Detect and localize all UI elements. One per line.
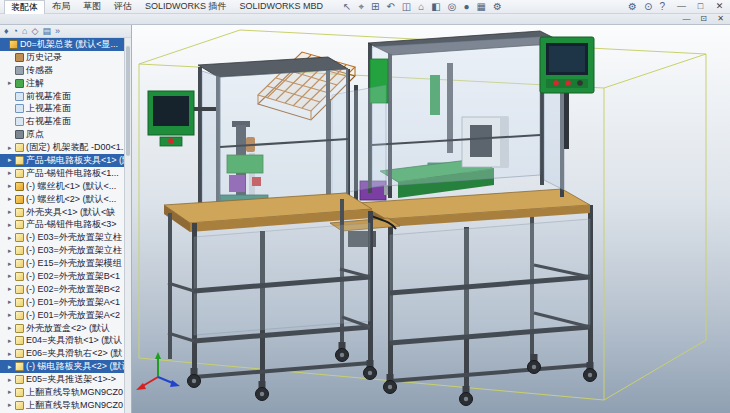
expand-arrow-icon[interactable]: ▸ (8, 169, 15, 177)
tree-item[interactable]: ▸(-) E02=外壳放置架B<1 (0, 270, 124, 283)
tree-item[interactable]: ▸(-) E03=外壳放置架立柱 (0, 231, 124, 244)
tree-item[interactable]: 原点 (0, 128, 124, 141)
part-icon (15, 246, 24, 255)
search-icon[interactable]: ⊙ (644, 0, 652, 13)
hide-show-icon[interactable]: ◎ (448, 0, 457, 13)
tree-item[interactable]: ▸产品-锡钮件电路板<3> (0, 218, 124, 231)
tree-item-label: E05=夹具推送架<1>-> (26, 373, 116, 386)
propertymanager-tab[interactable]: ◔ (13, 25, 18, 37)
dimxpert-manager-tab[interactable]: ◇ (31, 25, 38, 37)
tree-item[interactable]: ▸(-) E03=外壳放置架立柱 (0, 244, 124, 257)
tree-item-label: 上翻直线导轨MGN9CZ0 (26, 399, 123, 412)
tree-item-label: 注解 (26, 77, 44, 90)
ribbon-tab-evaluate[interactable]: 评估 (108, 0, 138, 13)
view-orientation-icon[interactable]: ⌂ (418, 0, 424, 13)
expand-arrow-icon[interactable]: ▸ (8, 376, 15, 384)
tree-item[interactable]: 前视基准面 (0, 90, 124, 103)
expand-arrow-icon[interactable]: ▸ (8, 324, 15, 332)
tree-item[interactable]: ▸外壳放置盒<2> (默认 (0, 322, 124, 335)
expand-arrow-icon[interactable]: ▸ (8, 234, 15, 242)
section-view-icon[interactable]: ◫ (402, 0, 411, 13)
tree-item[interactable]: 历史记录 (0, 51, 124, 64)
doc-close-button[interactable]: ✕ (715, 14, 726, 24)
viewport-3d[interactable] (132, 25, 730, 413)
expand-arrow-icon[interactable]: ▸ (8, 388, 15, 396)
help-icon[interactable]: ? (659, 0, 665, 13)
doc-restore-button[interactable]: ⊡ (698, 14, 709, 24)
expand-arrow-icon[interactable]: ▸ (8, 260, 15, 268)
tree-item[interactable]: ▸产品-锡钮件电路板<1... (0, 167, 124, 180)
expand-arrow-icon[interactable]: ▸ (8, 182, 15, 190)
previous-view-icon[interactable]: ↶ (386, 0, 394, 13)
tree-item[interactable]: ▸上翻直线导轨MGN9CZ0 (0, 399, 124, 412)
ribbon-tab-sketch[interactable]: 草图 (77, 0, 107, 13)
tree-scrollbar[interactable] (124, 38, 131, 413)
expand-arrow-icon[interactable]: ▸ (8, 363, 15, 371)
expand-arrow-icon[interactable]: ▸ (8, 221, 15, 229)
tree-item[interactable]: ▸(-) 锡电路板夹具<2> (默认 (0, 360, 124, 373)
scrollbar-thumb[interactable] (126, 46, 130, 156)
tree-item-label: 右视基准面 (26, 115, 71, 128)
doc-minimize-button[interactable]: — (681, 14, 692, 24)
tree-item[interactable]: ▸外壳夹具<1> (默认<缺 (0, 206, 124, 219)
tree-item[interactable]: ▸(固定) 机架装配 -D00<1... (0, 141, 124, 154)
tree-item[interactable]: ▸注解 (0, 77, 124, 90)
ribbon-tab-addins[interactable]: SOLIDWORKS 插件 (139, 0, 233, 13)
restore-button[interactable]: □ (694, 0, 707, 13)
expand-panel-tab[interactable]: » (55, 25, 60, 37)
zoom-area-icon[interactable]: ⊞ (371, 0, 379, 13)
minimize-button[interactable]: — (675, 0, 688, 13)
expand-arrow-icon[interactable]: ▸ (8, 195, 15, 203)
assembly-icon (15, 195, 24, 204)
expand-arrow-icon[interactable]: ▸ (8, 208, 15, 216)
tree-item[interactable]: 右视基准面 (0, 115, 124, 128)
appearance-icon[interactable]: ● (464, 0, 470, 13)
expand-arrow-icon[interactable]: ▸ (8, 247, 15, 255)
view-settings-icon[interactable]: ⚙ (493, 0, 502, 13)
plane-icon (15, 117, 24, 126)
expand-arrow-icon[interactable]: ▸ (8, 272, 15, 280)
tree-item[interactable]: ▸产品-锡电路板夹具<1> (默认 (0, 154, 124, 167)
tree-item[interactable]: ▸E04=夹具滑轨<1> (默认 (0, 334, 124, 347)
options-icon[interactable]: ⚙ (628, 0, 637, 13)
ribbon-tab-assembly[interactable]: 装配体 (4, 0, 45, 14)
expand-arrow-icon[interactable]: ▸ (8, 401, 15, 409)
tree-item[interactable]: 传感器 (0, 64, 124, 77)
configuration-manager-tab[interactable]: ⌂ (22, 25, 27, 37)
tree-item[interactable]: ▸(-) E01=外壳放置架A<1 (0, 296, 124, 309)
select-icon[interactable]: ↖ (343, 0, 351, 13)
tree-item[interactable]: D0=机架总装 (默认<显... (0, 38, 124, 51)
expand-arrow-icon[interactable]: ▸ (8, 298, 15, 306)
tree-item[interactable]: ▸上翻直线导轨MGN9CZ0 (0, 386, 124, 399)
tree-item-label: (-) E01=外壳放置架A<1 (26, 296, 120, 309)
tree-item[interactable]: ▸E05=夹具推送架<1>-> (0, 373, 124, 386)
scene-icon[interactable]: ▦ (477, 0, 486, 13)
plane-icon (15, 104, 24, 113)
tree-item[interactable]: ▸(-) E01=外壳放置架A<2 (0, 309, 124, 322)
expand-arrow-icon[interactable]: ▸ (8, 79, 15, 87)
tree-item[interactable]: ▸(-) E15=外壳放置架模组 (0, 257, 124, 270)
display-manager-tab[interactable]: ▤ (42, 25, 51, 37)
sensors-icon (15, 66, 24, 75)
tree-item-label: 产品-锡电路板夹具<1> (默认 (26, 154, 124, 167)
ribbon-tab-layout[interactable]: 布局 (46, 0, 76, 13)
expand-arrow-icon[interactable]: ▸ (8, 350, 15, 358)
tree-item[interactable]: ▸(-) E02=外壳放置架B<2 (0, 283, 124, 296)
expand-arrow-icon[interactable]: ▸ (8, 337, 15, 345)
expand-arrow-icon[interactable]: ▸ (8, 311, 15, 319)
featuremanager-tree-tab[interactable]: ♦ (4, 25, 9, 37)
expand-arrow-icon[interactable]: ▸ (8, 144, 15, 152)
zoom-fit-icon[interactable]: ⌖ (358, 0, 364, 13)
plane-icon (15, 92, 24, 101)
ribbon-tab-mbd[interactable]: SOLIDWORKS MBD (234, 0, 330, 13)
close-button[interactable]: ✕ (713, 0, 726, 13)
expand-arrow-icon[interactable]: ▸ (8, 285, 15, 293)
tree-item[interactable]: ▸E06=夹具滑轨右<2> (默 (0, 347, 124, 360)
tree-item[interactable]: ▸(-) 螺丝机<2> (默认<... (0, 193, 124, 206)
origin-icon (15, 130, 24, 139)
part-icon (15, 311, 24, 320)
tree-item[interactable]: 上视基准面 (0, 102, 124, 115)
display-style-icon[interactable]: ◧ (431, 0, 440, 13)
tree-item[interactable]: ▸(-) 螺丝机<1> (默认<... (0, 180, 124, 193)
expand-arrow-icon[interactable]: ▸ (8, 156, 15, 164)
